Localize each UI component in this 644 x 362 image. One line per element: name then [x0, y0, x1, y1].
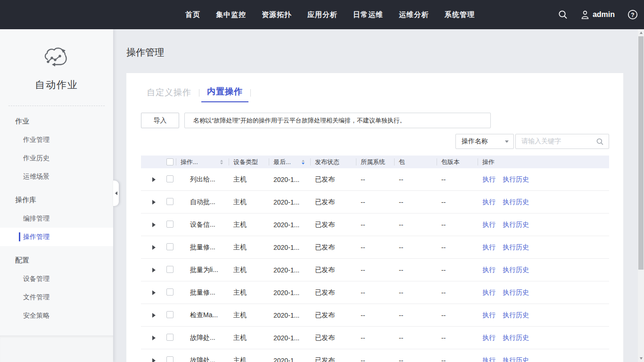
cell-device-type: 主机: [229, 266, 269, 274]
table-row: 故障处...主机2020-1...已发布------执行执行历史: [141, 327, 609, 349]
search-icon[interactable]: [596, 138, 604, 146]
cell-package: --: [394, 357, 437, 362]
nav-item-topology[interactable]: 资源拓扑: [262, 10, 292, 19]
sidebar-group-jobs[interactable]: 作业: [0, 112, 113, 131]
sidebar-item-job-management[interactable]: 作业管理: [0, 131, 113, 149]
table-row: 批量为li...主机2020-1...已发布------执行执行历史: [141, 259, 609, 281]
tab-separator: [199, 89, 199, 97]
sort-icon-active[interactable]: [302, 160, 305, 165]
cell-package-version: --: [437, 244, 478, 251]
execute-link[interactable]: 执行: [482, 356, 495, 362]
cell-last-time: 2020-1...: [269, 357, 310, 362]
sidebar-group-configuration[interactable]: 配置: [0, 251, 113, 270]
row-actions: 执行执行历史: [478, 356, 609, 362]
scroll-down-button[interactable]: [638, 355, 644, 362]
nav-item-daily-ops[interactable]: 日常运维: [353, 10, 383, 19]
expand-icon[interactable]: [152, 200, 156, 205]
main-scrollbar[interactable]: [638, 29, 644, 362]
nav-item-system-mgmt[interactable]: 系统管理: [445, 10, 475, 19]
row-checkbox[interactable]: [166, 266, 173, 273]
cell-operation-name: 批量为li...: [176, 266, 229, 274]
nav-item-app-analysis[interactable]: 应用分析: [307, 10, 338, 19]
execute-link[interactable]: 执行: [482, 198, 495, 206]
sidebar-item-job-history[interactable]: 作业历史: [0, 149, 113, 167]
expand-icon[interactable]: [152, 268, 156, 272]
execute-history-link[interactable]: 执行历史: [503, 175, 529, 184]
execute-link[interactable]: 执行: [482, 175, 495, 184]
cell-last-time: 2020-1...: [269, 289, 310, 296]
cell-publish-status: 已发布: [310, 198, 356, 206]
row-checkbox[interactable]: [166, 334, 173, 341]
execute-history-link[interactable]: 执行历史: [503, 288, 529, 297]
row-checkbox[interactable]: [166, 311, 173, 318]
svg-text:?: ?: [631, 12, 634, 18]
scroll-up-button[interactable]: [638, 29, 644, 36]
chevron-down-icon: [505, 140, 509, 143]
expand-icon[interactable]: [152, 358, 156, 362]
cell-operation-name: 批量修...: [176, 288, 229, 297]
execute-link[interactable]: 执行: [482, 334, 495, 342]
cell-operation-name: 设备信...: [176, 221, 229, 229]
search-icon[interactable]: [558, 9, 568, 20]
cell-package-version: --: [437, 312, 478, 319]
expand-icon[interactable]: [152, 245, 156, 250]
expand-icon[interactable]: [152, 313, 156, 318]
sidebar-group-operation-library[interactable]: 操作库: [0, 190, 113, 209]
cell-system: --: [356, 244, 394, 251]
execute-link[interactable]: 执行: [482, 221, 495, 229]
execute-history-link[interactable]: 执行历史: [503, 311, 529, 320]
row-checkbox[interactable]: [166, 221, 173, 228]
execute-history-link[interactable]: 执行历史: [503, 221, 529, 229]
user-menu[interactable]: admin: [580, 10, 615, 20]
nav-item-monitoring[interactable]: 集中监控: [216, 10, 246, 19]
execute-link[interactable]: 执行: [482, 266, 495, 274]
row-checkbox[interactable]: [166, 198, 173, 205]
cell-publish-status: 已发布: [310, 288, 356, 297]
execute-history-link[interactable]: 执行历史: [503, 356, 529, 362]
select-all-checkbox[interactable]: [166, 158, 173, 165]
sidebar-menu: 作业 作业管理 作业历史 运维场景 操作库 编排管理 操作管理 配置 设备管理 …: [0, 106, 113, 325]
sort-icon[interactable]: [220, 160, 223, 165]
column-operation-name[interactable]: 操作...: [181, 158, 198, 166]
execute-link[interactable]: 执行: [482, 311, 495, 320]
tab-builtin-operations[interactable]: 内置操作: [201, 86, 248, 102]
nav-item-home[interactable]: 首页: [185, 10, 200, 19]
column-publish-status: 发布状态: [315, 158, 339, 166]
sidebar-item-device-management[interactable]: 设备管理: [0, 270, 113, 288]
column-last-time[interactable]: 最后...: [273, 158, 291, 166]
row-actions: 执行执行历史: [478, 198, 609, 206]
cell-operation-name: 检查Ma...: [176, 311, 229, 320]
execute-link[interactable]: 执行: [482, 243, 495, 252]
expand-icon[interactable]: [152, 222, 156, 227]
nav-item-ops-analysis[interactable]: 运维分析: [399, 10, 429, 19]
execute-link[interactable]: 执行: [482, 288, 495, 297]
execute-history-link[interactable]: 执行历史: [503, 198, 529, 206]
main-content: 操作管理 自定义操作 内置操作 导入 名称以“故障处理”开始的操作用于云平台故障…: [113, 29, 638, 362]
filter-field-select[interactable]: 操作名称: [455, 134, 514, 149]
sidebar-item-file-management[interactable]: 文件管理: [0, 288, 113, 306]
expand-icon[interactable]: [152, 290, 156, 295]
import-button[interactable]: 导入: [141, 113, 179, 128]
sidebar-item-operation-management[interactable]: 操作管理: [0, 228, 113, 246]
keyword-search-input[interactable]: 请输入关键字: [515, 134, 609, 149]
header-expand-column: [141, 156, 162, 168]
sidebar-item-orchestration-management[interactable]: 编排管理: [0, 209, 113, 228]
tab-custom-operations[interactable]: 自定义操作: [141, 87, 197, 102]
row-checkbox[interactable]: [166, 175, 173, 182]
help-icon[interactable]: ?: [627, 9, 638, 20]
expand-icon[interactable]: [152, 177, 156, 182]
scrollbar-thumb[interactable]: [638, 36, 644, 270]
row-checkbox[interactable]: [166, 243, 173, 250]
sidebar-item-security-policy[interactable]: 安全策略: [0, 306, 113, 325]
cell-operation-name: 列出给...: [176, 175, 229, 184]
execute-history-link[interactable]: 执行历史: [503, 243, 529, 252]
expand-icon[interactable]: [152, 336, 156, 340]
sidebar-item-ops-scenario[interactable]: 运维场景: [0, 167, 113, 186]
execute-history-link[interactable]: 执行历史: [503, 334, 529, 342]
sidebar-collapse-handle[interactable]: [113, 181, 119, 206]
notice-banner: 名称以“故障处理”开始的操作用于云平台故障处理相关编排，不建议单独执行。: [184, 113, 491, 128]
execute-history-link[interactable]: 执行历史: [503, 266, 529, 274]
row-checkbox[interactable]: [166, 356, 173, 362]
row-checkbox[interactable]: [166, 288, 173, 296]
row-actions: 执行执行历史: [478, 221, 609, 229]
